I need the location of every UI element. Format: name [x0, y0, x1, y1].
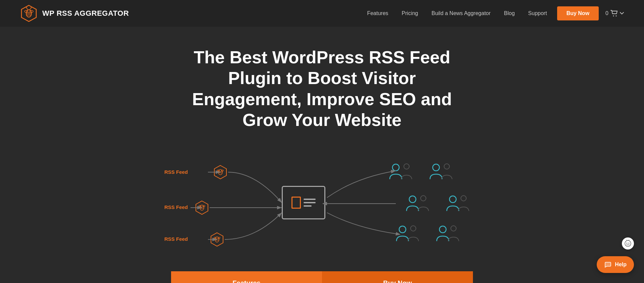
rss-label-3: RSS Feed	[164, 236, 188, 242]
buy-now-hero-button[interactable]: Buy Now	[322, 271, 473, 283]
svg-point-36	[421, 196, 426, 201]
cart-icon[interactable]: 0	[605, 10, 624, 17]
user-group-6	[436, 224, 460, 243]
svg-point-26	[215, 237, 219, 242]
svg-point-1	[26, 10, 32, 17]
svg-point-11	[613, 15, 614, 16]
svg-marker-19	[196, 201, 208, 214]
features-button[interactable]: Features	[171, 271, 322, 283]
svg-point-10	[31, 7, 32, 8]
user-group-2	[429, 162, 453, 181]
logo[interactable]: WP RSS AGGREGATOR	[20, 5, 129, 22]
hex-icon-3	[210, 232, 224, 247]
rss-label-2: RSS Feed	[164, 204, 188, 210]
nav-item-features[interactable]: Features	[367, 10, 388, 16]
chevron-down-icon	[620, 12, 624, 15]
hero-cta-buttons: Features Buy Now	[171, 271, 473, 283]
svg-marker-0	[21, 5, 36, 21]
hex-icon-1	[213, 165, 228, 180]
svg-point-14	[218, 169, 222, 175]
user-group-5	[396, 224, 419, 243]
svg-point-33	[433, 164, 439, 171]
rss-label-1: RSS Feed	[164, 169, 188, 175]
brand-name: WP RSS AGGREGATOR	[42, 9, 129, 18]
svg-point-38	[461, 196, 466, 201]
logo-icon	[20, 5, 38, 22]
svg-point-47	[629, 243, 630, 244]
user-group-3	[406, 194, 429, 213]
navigation: WP RSS AGGREGATOR Features Pricing Build…	[0, 0, 644, 27]
svg-point-31	[392, 164, 399, 171]
svg-point-41	[439, 226, 446, 233]
chat-icon	[604, 261, 611, 268]
svg-point-32	[404, 164, 409, 169]
svg-point-9	[26, 7, 27, 8]
nav-links: Features Pricing Build a News Aggregator…	[367, 10, 547, 16]
svg-point-20	[200, 205, 204, 210]
hero-section: The Best WordPress RSS Feed Plugin to Bo…	[0, 27, 644, 283]
svg-point-45	[625, 240, 631, 246]
svg-point-39	[399, 226, 406, 233]
user-group-4	[446, 194, 470, 213]
window-lines	[304, 199, 316, 207]
svg-point-12	[616, 15, 617, 16]
svg-point-46	[627, 243, 628, 244]
chatbot-icon[interactable]	[622, 237, 634, 250]
nav-item-support[interactable]: Support	[528, 10, 547, 16]
browser-window	[282, 186, 325, 219]
svg-point-34	[444, 164, 449, 169]
svg-marker-13	[214, 165, 226, 179]
svg-marker-25	[211, 233, 223, 246]
svg-point-37	[449, 196, 456, 203]
nav-item-pricing[interactable]: Pricing	[402, 10, 418, 16]
diagram: RSS Feed RSS Feed RSS Feed	[154, 151, 490, 255]
chat-widget[interactable]: Help	[597, 256, 634, 273]
svg-point-42	[451, 226, 456, 231]
nav-item-build[interactable]: Build a News Aggregator	[431, 10, 490, 16]
chat-label: Help	[615, 262, 627, 268]
hex-icon-2	[195, 200, 209, 215]
buy-now-button[interactable]: Buy Now	[557, 6, 599, 20]
cart-count: 0	[605, 10, 608, 16]
nav-item-blog[interactable]: Blog	[504, 10, 515, 16]
hero-title: The Best WordPress RSS Feed Plugin to Bo…	[171, 47, 473, 131]
user-group-1	[389, 162, 413, 181]
svg-point-40	[411, 226, 416, 231]
svg-point-35	[409, 196, 416, 203]
window-rect	[291, 197, 301, 209]
